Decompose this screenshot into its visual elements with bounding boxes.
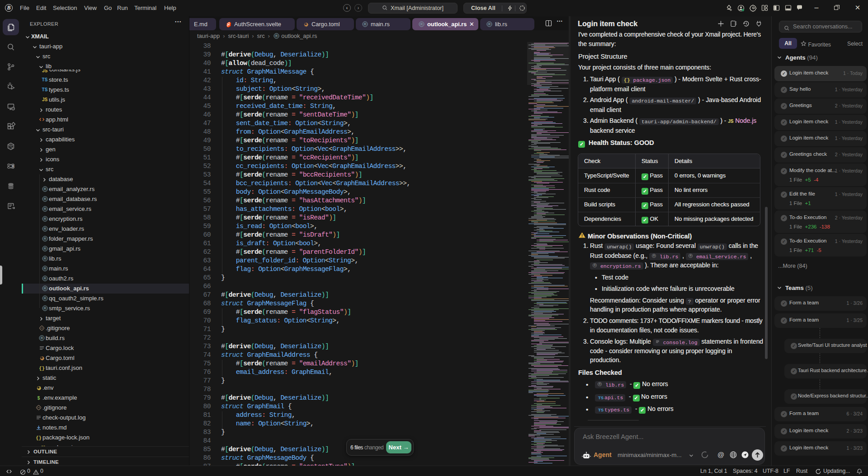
svg-text:{}: {} bbox=[36, 435, 42, 441]
svg-text:R: R bbox=[43, 257, 46, 260]
svg-text:R: R bbox=[599, 383, 601, 385]
svg-text:R: R bbox=[43, 267, 46, 270]
svg-text:R: R bbox=[43, 247, 46, 250]
svg-text:R: R bbox=[420, 23, 423, 26]
svg-text:R: R bbox=[43, 227, 46, 230]
svg-text:R: R bbox=[275, 34, 278, 37]
svg-text:R: R bbox=[594, 264, 596, 266]
svg-text:R: R bbox=[43, 217, 46, 220]
svg-text:R: R bbox=[43, 307, 46, 310]
svg-text:R: R bbox=[364, 23, 366, 26]
svg-text:R: R bbox=[43, 297, 46, 300]
svg-text:R: R bbox=[43, 197, 46, 201]
svg-text:{}: {} bbox=[39, 366, 45, 371]
svg-text:B: B bbox=[12, 164, 14, 168]
svg-text:R: R bbox=[488, 23, 491, 26]
svg-text:R: R bbox=[43, 277, 46, 280]
svg-text:R: R bbox=[690, 254, 692, 257]
svg-text:R: R bbox=[43, 207, 46, 210]
svg-text:R: R bbox=[653, 254, 655, 257]
svg-text:$: $ bbox=[37, 396, 40, 401]
svg-text:R: R bbox=[43, 237, 46, 240]
svg-text:R: R bbox=[43, 187, 46, 191]
svg-text:R: R bbox=[43, 287, 46, 290]
svg-text:s: s bbox=[12, 146, 13, 149]
svg-text:R: R bbox=[40, 336, 42, 340]
